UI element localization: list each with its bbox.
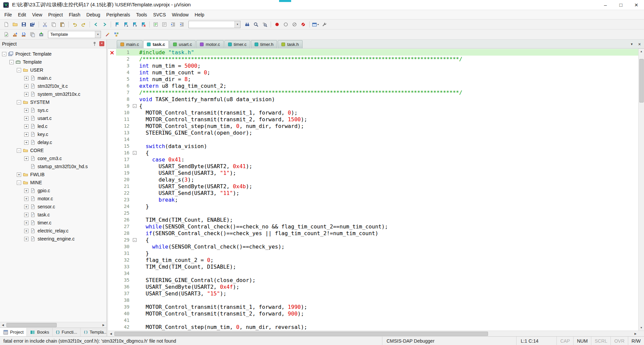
- collapse-icon[interactable]: -: [17, 100, 21, 105]
- tree-item-key-c[interactable]: +key.c: [0, 130, 106, 138]
- project-horizontal-scrollbar[interactable]: ◀ ▶: [0, 322, 106, 328]
- scroll-left-icon[interactable]: ◀: [108, 331, 114, 337]
- minimize-button[interactable]: –: [598, 0, 613, 10]
- tree-item-delay-c[interactable]: +delay.c: [0, 138, 106, 146]
- menu-view[interactable]: View: [29, 11, 45, 19]
- find-in-files-button[interactable]: [243, 20, 251, 28]
- uncomment-selection-button[interactable]: [160, 20, 168, 28]
- options-for-target-button[interactable]: [104, 30, 112, 39]
- configure-button[interactable]: [320, 20, 328, 28]
- code-line[interactable]: 35 STEERING_GINE_Contral(close_door);: [108, 277, 638, 283]
- close-panel-button[interactable]: ×: [99, 41, 104, 46]
- menu-debug[interactable]: Debug: [84, 11, 103, 19]
- code-line[interactable]: 17 case 0x41:: [108, 156, 638, 163]
- tree-item-steering-engine-c[interactable]: +steering_engine.c: [0, 235, 106, 243]
- breakpoint-enable-disable-button[interactable]: [282, 20, 290, 28]
- menu-svcs[interactable]: SVCS: [150, 11, 169, 19]
- expand-icon[interactable]: +: [24, 213, 29, 217]
- expand-icon[interactable]: +: [24, 156, 29, 161]
- build-button[interactable]: [11, 30, 19, 39]
- scroll-up-icon[interactable]: ▲: [639, 49, 644, 54]
- tree-item-project-template[interactable]: -Project: Template: [0, 50, 106, 58]
- bookmark-toggle-button[interactable]: [113, 20, 121, 28]
- window-select-button[interactable]: [312, 20, 320, 28]
- scroll-thumb[interactable]: [6, 323, 57, 327]
- breakpoint-kill-all-button[interactable]: [299, 20, 307, 28]
- code-line[interactable]: 2/**************************************…: [108, 56, 638, 62]
- find-combo[interactable]: ▼: [189, 21, 240, 28]
- tree-item-system[interactable]: -SYSTEM: [0, 98, 106, 106]
- close-button[interactable]: ×: [629, 0, 644, 10]
- editor-horizontal-scrollbar[interactable]: ◀ ▶: [108, 331, 644, 336]
- fold-toggle[interactable]: -: [132, 236, 137, 243]
- code-line[interactable]: ×1#include "task.h": [108, 49, 638, 56]
- scroll-down-icon[interactable]: ▼: [639, 325, 644, 331]
- code-line[interactable]: 25: [108, 210, 638, 216]
- menu-file[interactable]: File: [1, 11, 15, 19]
- find-button[interactable]: [252, 20, 260, 28]
- collapse-icon[interactable]: -: [17, 68, 21, 72]
- code-line[interactable]: 20 delay_s(3);: [108, 176, 638, 183]
- collapse-icon[interactable]: -: [9, 60, 14, 64]
- code-line[interactable]: 24 }: [108, 203, 638, 210]
- code-line[interactable]: 30 while(SENSOR_Contral_check()==check_y…: [108, 243, 638, 250]
- code-line[interactable]: 19 USART_Send(USART3, "1");: [108, 169, 638, 176]
- fold-toggle[interactable]: -: [132, 149, 137, 156]
- breakpoint-toggle-button[interactable]: [273, 20, 281, 28]
- batch-build-button[interactable]: [29, 30, 37, 39]
- code-line[interactable]: 9-{: [108, 102, 638, 109]
- bookmark-previous-button[interactable]: [122, 20, 130, 28]
- tab-motor-c[interactable]: motor.c: [196, 40, 224, 48]
- open-file-button[interactable]: [11, 20, 19, 28]
- save-button[interactable]: [20, 20, 28, 28]
- code-line[interactable]: 41: [108, 317, 638, 324]
- expand-icon[interactable]: +: [24, 84, 29, 88]
- menu-window[interactable]: Window: [169, 11, 192, 19]
- unindent-button[interactable]: [178, 20, 186, 28]
- bottom-tab-functi[interactable]: {}Functi...: [53, 328, 81, 336]
- expand-icon[interactable]: +: [24, 205, 29, 209]
- expand-icon[interactable]: +: [24, 229, 29, 233]
- code-line[interactable]: 34: [108, 270, 638, 277]
- tree-item-core-cm3-c[interactable]: +core_cm3.c: [0, 154, 106, 162]
- tab-task-h[interactable]: task.h: [278, 40, 303, 48]
- expand-icon[interactable]: +: [24, 124, 29, 129]
- rebuild-button[interactable]: [20, 30, 28, 39]
- expand-icon[interactable]: +: [24, 108, 29, 113]
- bookmark-next-button[interactable]: [130, 20, 139, 28]
- code-line[interactable]: 4int num_tim_count = 0;: [108, 69, 638, 76]
- bottom-tab-books[interactable]: Books: [27, 328, 52, 336]
- code-line[interactable]: 8void TASK_Identify_harmful(u8 data_visi…: [108, 96, 638, 102]
- scroll-thumb[interactable]: [639, 59, 644, 102]
- expand-icon[interactable]: +: [24, 237, 29, 241]
- tree-item-startup-stm32f10x-hd-s[interactable]: startup_stm32f10x_hd.s: [0, 162, 106, 170]
- code-line[interactable]: 42 MOTOR_Control_step(num_tim, 0, num_di…: [108, 324, 638, 330]
- code-line[interactable]: 40 MOTOR_Control_transmit(transmit_2, fo…: [108, 310, 638, 317]
- tree-item-main-c[interactable]: +main.c: [0, 74, 106, 82]
- comment-selection-button[interactable]: [152, 20, 160, 28]
- fold-toggle[interactable]: -: [132, 102, 137, 109]
- code-line[interactable]: 23 break;: [108, 196, 638, 203]
- code-line[interactable]: 11 MOTOR_Control_transmit(transmit_2, fo…: [108, 116, 638, 123]
- bottom-tab-templa[interactable]: ()Templa...: [80, 328, 111, 336]
- menu-help[interactable]: Help: [192, 11, 207, 19]
- scroll-track[interactable]: [6, 322, 101, 328]
- expand-icon[interactable]: +: [24, 116, 29, 121]
- collapse-icon[interactable]: -: [17, 148, 21, 153]
- code-line[interactable]: 18 USART_SendByte(USART2, 0x41);: [108, 163, 638, 169]
- tab-timer-h[interactable]: timer.h: [251, 40, 277, 48]
- bottom-tab-project[interactable]: Project: [0, 328, 27, 336]
- paste-button[interactable]: [58, 20, 66, 28]
- tree-item-fwlib[interactable]: +FWLIB: [0, 170, 106, 179]
- tab-timer-c[interactable]: timer.c: [224, 40, 250, 48]
- save-all-button[interactable]: [29, 20, 37, 28]
- tree-item-gpio-c[interactable]: +gpio.c: [0, 187, 106, 195]
- tab-list-button[interactable]: ▼: [629, 41, 635, 47]
- menu-peripherals[interactable]: Peripherals: [103, 11, 133, 19]
- code-line[interactable]: 36 USART_SendByte(USART2, 0x4f);: [108, 283, 638, 290]
- code-line[interactable]: 10 MOTOR_Control_transmit(transmit_1, fo…: [108, 109, 638, 116]
- pin-icon[interactable]: [92, 41, 98, 47]
- expand-icon[interactable]: +: [24, 197, 29, 201]
- tree-item-timer-c[interactable]: +timer.c: [0, 219, 106, 227]
- chevron-down-icon[interactable]: ▼: [95, 31, 101, 38]
